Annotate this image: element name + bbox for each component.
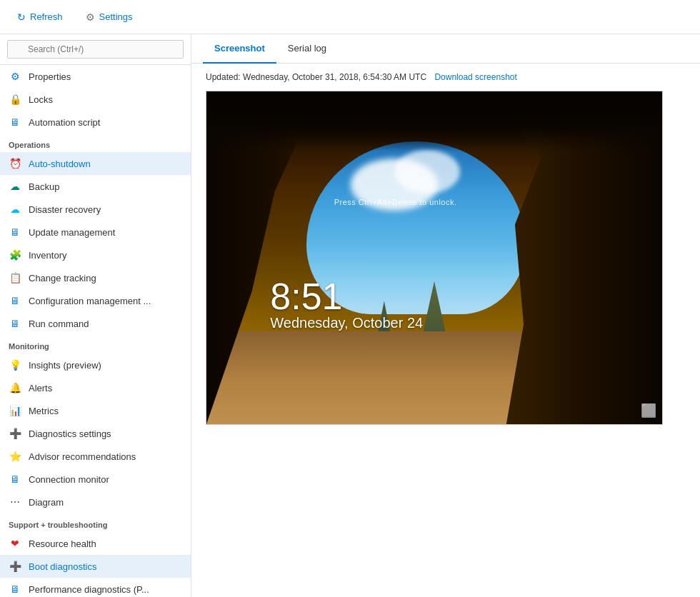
update-timestamp: Updated: Wednesday, October 31, 2018, 6:… [206,72,426,82]
backup-icon: ☁ [9,180,21,193]
connection-monitor-icon: 🖥 [9,473,21,486]
sidebar-item-inventory[interactable]: 🧩 Inventory [0,244,191,266]
monitor-icon: ⬜ [641,403,656,418]
sidebar-item-boot-diagnostics[interactable]: ➕ Boot diagnostics [0,555,191,578]
sidebar-item-backup[interactable]: ☁ Backup [0,175,191,198]
sidebar-item-label: Configuration management ... [29,296,182,306]
refresh-icon: ↻ [17,11,26,23]
screenshot-image: Press Ctrl+Alt+Delete to unlock. 8:51 We… [206,91,663,425]
tab-screenshot[interactable]: Screenshot [203,34,276,64]
sidebar-item-locks[interactable]: 🔒 Locks [0,88,191,111]
diagram-icon: ⋯ [9,496,21,508]
sidebar-item-performance-diagnostics[interactable]: 🖥 Performance diagnostics (P... [0,578,191,597]
performance-diagnostics-icon: 🖥 [9,583,21,596]
section-label-operations: Operations [0,134,191,152]
download-screenshot-link[interactable]: Download screenshot [434,72,516,82]
settings-label: Settings [99,11,133,22]
diagnostics-settings-icon: ➕ [9,427,21,440]
content-area: Updated: Wednesday, October 31, 2018, 6:… [191,64,700,433]
search-wrapper: 🔍 [7,40,184,59]
time-big: 8:51 [270,278,423,315]
sidebar-section-top: ⚙ Properties 🔒 Locks 🖥 Automation script [0,65,191,134]
sidebar-item-label: Advisor recommendations [29,451,182,462]
layout: 🔍 ⚙ Properties 🔒 Locks 🖥 Automation scri… [0,34,700,597]
sidebar-section-operations: Operations ⏰ Auto-shutdown ☁ Backup ☁ Di… [0,134,191,335]
settings-button[interactable]: ⚙ Settings [80,9,139,26]
sidebar-item-properties[interactable]: ⚙ Properties [0,65,191,88]
sidebar-item-label: Inventory [29,250,182,261]
sidebar-section-monitoring: Monitoring 💡 Insights (preview) 🔔 Alerts… [0,335,191,513]
sidebar-item-auto-shutdown[interactable]: ⏰ Auto-shutdown [0,152,191,175]
cave-wall-top [206,91,662,151]
refresh-button[interactable]: ↻ Refresh [11,9,69,26]
unlock-text: Press Ctrl+Alt+Delete to unlock. [334,198,457,206]
beach-scene: Press Ctrl+Alt+Delete to unlock. 8:51 We… [206,91,662,424]
sidebar-item-alerts[interactable]: 🔔 Alerts [0,376,191,399]
sidebar-item-label: Diagram [29,497,182,508]
update-management-icon: 🖥 [9,226,21,239]
sidebar-item-label: Insights (preview) [29,360,182,371]
sidebar-item-label: Alerts [29,383,182,393]
inventory-icon: 🧩 [9,249,21,261]
sidebar-item-change-tracking[interactable]: 📋 Change tracking [0,266,191,289]
sidebar-item-label: Disaster recovery [29,204,182,215]
update-info: Updated: Wednesday, October 31, 2018, 6:… [206,72,686,82]
section-label-monitoring: Monitoring [0,335,191,353]
sidebar-section-support: Support + troubleshooting ❤ Resource hea… [0,513,191,597]
section-label-support: Support + troubleshooting [0,513,191,532]
date-display: Wednesday, October 24 [270,315,423,331]
automation-icon: 🖥 [9,116,21,129]
sidebar-item-label: Locks [29,94,182,105]
search-box: 🔍 [0,34,191,65]
disaster-recovery-icon: ☁ [9,203,21,216]
refresh-label: Refresh [30,11,63,22]
sidebar-item-advisor-recommendations[interactable]: ⭐ Advisor recommendations [0,445,191,468]
sidebar-item-diagnostics-settings[interactable]: ➕ Diagnostics settings [0,422,191,445]
sidebar-item-metrics[interactable]: 📊 Metrics [0,399,191,422]
sidebar-item-automation-script[interactable]: 🖥 Automation script [0,111,191,134]
sidebar-item-label: Run command [29,318,182,329]
sidebar-item-run-command[interactable]: 🖥 Run command [0,312,191,335]
cloud2 [394,150,460,194]
settings-icon: ⚙ [86,11,95,23]
sidebar-item-resource-health[interactable]: ❤ Resource health [0,532,191,555]
sidebar-item-label: Backup [29,181,182,192]
main-content: Screenshot Serial log Updated: Wednesday… [191,34,700,597]
alerts-icon: 🔔 [9,381,21,394]
sidebar-item-label: Update management [29,227,182,238]
sidebar-item-diagram[interactable]: ⋯ Diagram [0,491,191,513]
sidebar-item-label: Properties [29,71,182,82]
sidebar-item-label: Change tracking [29,273,182,284]
sidebar-item-update-management[interactable]: 🖥 Update management [0,221,191,244]
sidebar-item-label: Diagnostics settings [29,428,182,439]
sidebar-item-insights-preview[interactable]: 💡 Insights (preview) [0,353,191,376]
sidebar-item-label: Resource health [29,538,182,549]
tab-serial-log[interactable]: Serial log [276,34,338,64]
sidebar-item-label: Automation script [29,117,182,128]
sidebar-item-disaster-recovery[interactable]: ☁ Disaster recovery [0,198,191,221]
advisor-icon: ⭐ [9,450,21,463]
sidebar: 🔍 ⚙ Properties 🔒 Locks 🖥 Automation scri… [0,34,191,597]
sidebar-item-label: Metrics [29,406,182,416]
sidebar-item-connection-monitor[interactable]: 🖥 Connection monitor [0,468,191,491]
boot-diagnostics-icon: ➕ [9,560,21,573]
sidebar-item-label: Performance diagnostics (P... [29,584,182,595]
resource-health-icon: ❤ [9,537,21,550]
sidebar-item-label: Auto-shutdown [29,159,182,169]
metrics-icon: 📊 [9,404,21,417]
toolbar: ↻ Refresh ⚙ Settings [0,0,700,34]
change-tracking-icon: 📋 [9,271,21,284]
tabs-bar: Screenshot Serial log [191,34,700,64]
configuration-management-icon: 🖥 [9,294,21,307]
sidebar-item-label: Boot diagnostics [29,561,182,572]
sidebar-item-configuration-management[interactable]: 🖥 Configuration management ... [0,289,191,312]
insights-icon: 💡 [9,358,21,371]
run-command-icon: 🖥 [9,317,21,330]
locks-icon: 🔒 [9,93,21,106]
sidebar-item-label: Connection monitor [29,474,182,485]
properties-icon: ⚙ [9,70,21,83]
time-display: 8:51 Wednesday, October 24 [270,278,423,331]
search-input[interactable] [7,40,184,59]
auto-shutdown-icon: ⏰ [9,157,21,170]
